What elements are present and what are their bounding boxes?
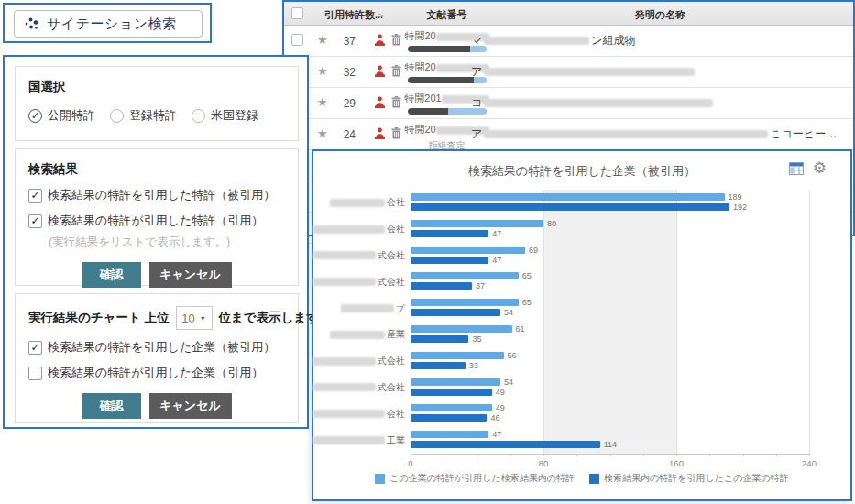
trash-icon[interactable] [391,34,401,46]
bar-cited-by-company[interactable] [411,414,487,422]
checkbox-checked-icon[interactable]: ✓ [28,189,42,203]
radio-icon[interactable] [110,109,124,123]
pdf-icon[interactable] [375,127,385,139]
pdf-icon[interactable] [375,34,385,46]
bar-value-label: 33 [469,362,478,370]
radio-checked-icon[interactable]: ✓ [28,109,42,123]
bar-company-cited[interactable] [411,431,488,438]
trash-icon[interactable] [391,96,401,108]
bar-cited-by-company[interactable] [411,389,492,396]
redacted-text [484,99,713,107]
table-row[interactable]: ★24特開20拒絶査定アこコーヒー… [284,119,853,150]
chart-checkbox-1[interactable]: 検索結果の特許が引用した企業（引用） [28,365,285,381]
checkbox-checked-icon[interactable]: ✓ [28,341,42,355]
checkbox-checked-icon[interactable]: ✓ [28,214,42,228]
chart-buttons: 確認 キャンセル [28,393,285,419]
select-all-checkbox[interactable] [291,7,303,19]
bar-chart-plot: 080160240会社189192会社8047式会社6947式会社6537プ65… [313,151,850,499]
table-row[interactable]: ★37特開20マン組成物 [284,26,853,57]
chart-checkbox-label: 検索結果の特許が引用した企業（引用） [48,365,263,381]
bar-cited-by-company[interactable] [411,203,729,211]
redacted-text [341,304,394,312]
bar-value-label: 61 [516,325,525,334]
legend-item-cited-by-company[interactable]: 検索結果内の特許を引用したこの企業の特許 [589,472,789,485]
chart-title-suffix: 位まで表示します [219,310,320,326]
bar-company-cited[interactable] [411,352,504,359]
bar-cited-by-company[interactable] [411,362,466,369]
chart-checkbox-label: 検索結果の特許を引用した企業（被引用） [48,339,275,356]
trash-icon[interactable] [391,127,401,139]
chart-cancel-button[interactable]: キャンセル [149,393,232,419]
chart-checkbox-0[interactable]: ✓検索結果の特許を引用した企業（被引用） [28,339,285,356]
bar-cited-by-company[interactable] [411,230,488,237]
progress-bar-dark-segment [408,46,471,52]
country-option-0[interactable]: ✓公開特許 [28,107,95,124]
bar-company-cited[interactable] [411,220,543,227]
invention-name-suffix: ン組成物 [591,33,635,49]
redacted-text [330,199,385,207]
chevron-down-icon: ▼ [200,315,206,322]
search-options-panel: 国選択 ✓公開特許登録特許米国登録 検索結果 ✓検索結果の特許を引用した特許（被… [3,55,309,429]
gridline [543,190,544,454]
bar-company-cited[interactable] [411,378,500,386]
citation-chart-panel: 検索結果の特許を引用した企業（被引用） ⚙ 080160240会社189192会… [312,149,852,501]
citation-search-label: サイテーション検索 [47,16,177,33]
results-checkbox-0[interactable]: ✓検索結果の特許を引用した特許（被引用） [28,187,285,203]
legend-item-company-cited[interactable]: この企業の特許が引用した検索結果内の特許 [375,472,575,485]
bar-cited-by-company[interactable] [411,441,600,448]
bar-value-label: 46 [490,414,499,422]
chart-confirm-button[interactable]: 確認 [82,393,141,419]
axis-tick [709,454,710,456]
header-citation-count[interactable]: 引用特許数... [324,8,383,22]
bar-value-label: 47 [492,230,501,238]
country-option-label: 登録特許 [129,107,177,124]
invention-name: アこコーヒー… [471,119,837,149]
row-checkbox[interactable] [291,34,303,46]
redacted-text [313,436,385,444]
top-n-dropdown[interactable]: 10 ▼ [176,306,213,330]
bar-company-cited[interactable] [411,299,519,306]
star-icon[interactable]: ★ [317,95,328,109]
bar-cited-by-company[interactable] [411,282,472,290]
country-option-2[interactable]: 米国登録 [192,107,258,124]
category-label-text: 式会社 [378,249,405,262]
results-cancel-button[interactable]: キャンセル [149,262,232,288]
results-note: (実行結果をリストで表示します。) [49,235,285,250]
axis-tick [676,454,677,456]
redacted-text [313,225,385,234]
header-invention-name[interactable]: 発明の名称 [471,8,850,22]
star-icon[interactable]: ★ [317,64,328,78]
bar-cited-by-company[interactable] [411,309,500,316]
axis-tick [776,454,777,456]
bar-company-cited[interactable] [411,193,725,201]
checkbox-icon[interactable] [28,367,42,380]
expand-column-icon[interactable]: ＞ [376,8,386,22]
country-option-1[interactable]: 登録特許 [110,107,177,124]
table-row[interactable]: ★29特開201コ [284,88,853,119]
redacted-text [313,357,376,366]
bar-value-label: 54 [504,309,513,317]
bar-company-cited[interactable] [411,325,512,333]
bar-company-cited[interactable] [411,404,492,411]
pdf-icon[interactable] [375,96,385,108]
star-icon[interactable]: ★ [317,33,328,47]
trash-icon[interactable] [391,65,401,77]
pdf-icon[interactable] [375,65,385,77]
invention-name: ア [471,57,695,87]
category-label-text: 会社 [387,223,405,236]
bar-company-cited[interactable] [411,272,519,279]
radio-icon[interactable] [192,109,205,123]
star-icon[interactable]: ★ [317,126,328,140]
redacted-text [313,278,376,286]
table-row[interactable]: ★32特開20ア [284,57,853,88]
results-confirm-button[interactable]: 確認 [82,262,141,288]
results-checkbox-1[interactable]: ✓検索結果の特許が引用した特許（引用） [28,213,285,229]
bar-value-label: 80 [547,220,556,228]
country-select-section: 国選択 ✓公開特許登録特許米国登録 [15,66,299,141]
bar-value-label: 56 [508,352,517,360]
category-label-text: 産業 [387,328,405,341]
bar-company-cited[interactable] [411,247,525,254]
bar-cited-by-company[interactable] [411,335,468,343]
bar-cited-by-company[interactable] [411,257,488,264]
citation-search-button[interactable]: サイテーション検索 [14,10,203,38]
